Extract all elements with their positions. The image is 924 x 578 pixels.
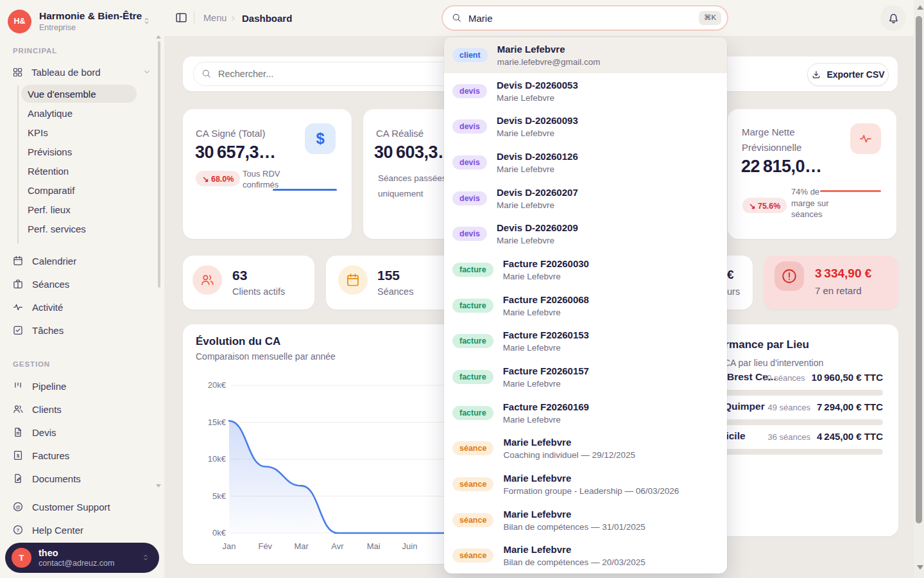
sidebar-subitem-r-tention[interactable]: Rétention (21, 162, 137, 180)
sidebar-scroll-down-arrow[interactable] (156, 484, 161, 487)
sidebar-scroll-up-arrow[interactable] (156, 35, 161, 39)
header-divider (194, 12, 194, 24)
search-result-1[interactable]: devisDevis D-20260053Marie Lefebvre (444, 73, 727, 109)
dollar-icon: $ (305, 123, 336, 154)
sidebar-item-devis[interactable]: Devis (5, 421, 159, 444)
x-tick-label: Avr (321, 541, 354, 551)
result-type-badge: devis (452, 84, 487, 98)
search-result-14[interactable]: séanceMarie LefebvreBilan de compétences… (444, 538, 727, 574)
search-icon (451, 12, 462, 23)
sidebar-item-label: Calendrier (32, 256, 76, 267)
grid-icon (12, 67, 23, 78)
sidebar-item-customer-support[interactable]: @Customer Support (5, 495, 159, 518)
sidebar-item-label: Tâches (32, 325, 64, 336)
result-type-badge: client (452, 48, 488, 62)
sidebar-subitem-kpis[interactable]: KPIs (21, 123, 137, 141)
sidebar-item-documents[interactable]: Documents (5, 467, 159, 490)
result-subtitle: Marie Lefebvre (497, 236, 578, 245)
search-result-4[interactable]: devisDevis D-20260207Marie Lefebvre (444, 180, 727, 216)
stat-label: Clients actifs (232, 286, 285, 297)
stat-value-fragment: € (727, 268, 734, 282)
sidebar-item-label: Clients (32, 404, 62, 415)
search-result-3[interactable]: devisDevis D-20260126Marie Lefebvre (444, 144, 727, 180)
sidebar-section-principal: PRINCIPAL (13, 47, 57, 55)
page-scroll-up-arrow[interactable] (917, 5, 923, 10)
kpi-card-marge-nette: Marge Nette Prévisionnelle 22 815,0… ↘ 7… (728, 109, 896, 239)
search-result-10[interactable]: factureFacture F20260169Marie Lefebvre (444, 395, 727, 431)
panel-subtitle: CA par lieu d'intervention (724, 358, 823, 368)
sidebar-item-factures[interactable]: $Factures (5, 444, 159, 467)
sidebar-item-s-ances[interactable]: Séances (5, 272, 159, 295)
sidebar-subitem-perf-services[interactable]: Perf. services (21, 220, 137, 238)
kpi-value: 22 815,0… (741, 157, 822, 177)
result-subtitle: Bilan de compétences — 20/03/2025 (503, 557, 645, 567)
document-edit-icon (12, 473, 24, 484)
sidebar-item-calendrier[interactable]: Calendrier (5, 249, 159, 272)
user-menu[interactable]: T theo contact@adreuz.com (5, 543, 159, 573)
search-result-2[interactable]: devisDevis D-20260093Marie Lefebvre (444, 109, 727, 144)
sidebar-subitem-comparatif[interactable]: Comparatif (21, 181, 137, 199)
sidebar-subitem-pr-visions[interactable]: Prévisions (21, 143, 137, 161)
breadcrumb-page[interactable]: Dashboard (242, 13, 292, 24)
sidebar-scrollbar-thumb[interactable] (158, 41, 160, 288)
sidebar-item-pipeline[interactable]: Pipeline (5, 374, 159, 398)
kpi-title: Marge Nette Prévisionnelle (742, 125, 814, 155)
search-result-12[interactable]: séanceMarie LefebvreFormation groupe - L… (444, 466, 727, 502)
search-results-dropdown: clientMarie Lefebvremarie.lefebvre@gmail… (444, 37, 727, 574)
sidebar-item-tableau-de-bord[interactable]: Tableau de bord (5, 62, 159, 82)
search-result-0[interactable]: clientMarie Lefebvremarie.lefebvre@gmail… (444, 37, 727, 73)
search-result-6[interactable]: factureFacture F20260030Marie Lefebvre (444, 252, 727, 288)
sidebar-item-t-ches[interactable]: Tâches (5, 319, 159, 342)
y-tick-label: 15k€ (189, 417, 226, 427)
bell-icon (887, 12, 900, 24)
export-csv-button[interactable]: Exporter CSV (807, 63, 889, 86)
sidebar-subitem-vue-d-ensemble[interactable]: Vue d'ensemble (21, 85, 137, 103)
breadcrumb-menu[interactable]: Menu (203, 13, 227, 23)
org-name: Harmonie & Bien-Être (39, 10, 142, 22)
sidebar-toggle-button[interactable] (175, 11, 188, 24)
result-subtitle: Marie Lefebvre (497, 93, 578, 103)
location-amount: 7 294,00 € TTC (817, 401, 883, 412)
result-title: Facture F20260153 (503, 329, 589, 341)
sidebar-footer-group: @Customer Support?Help Center (5, 495, 159, 541)
result-title: Facture F20260169 (503, 401, 589, 413)
sidebar: H& Harmonie & Bien-Être Entreprise PRINC… (0, 0, 164, 578)
pulse-icon (850, 123, 881, 154)
search-result-11[interactable]: séanceMarie LefebvreCoaching individuel … (444, 431, 727, 467)
result-type-badge: facture (452, 370, 493, 384)
org-logo: H& (8, 10, 31, 33)
result-type-badge: facture (452, 263, 493, 277)
sidebar-subitem-analytique[interactable]: Analytique (21, 104, 137, 122)
unfold-icon (142, 16, 151, 26)
y-tick-label: 10k€ (189, 454, 226, 464)
x-tick-label: Mar (286, 541, 318, 551)
result-type-badge: devis (452, 119, 487, 134)
app-root: H& Harmonie & Bien-Être Entreprise PRINC… (0, 0, 924, 578)
search-result-8[interactable]: factureFacture F20260153Marie Lefebvre (444, 324, 727, 360)
search-result-13[interactable]: séanceMarie LefebvreBilan de compétences… (444, 502, 727, 538)
search-result-9[interactable]: factureFacture F20260157Marie Lefebvre (444, 359, 727, 395)
page-scroll-down-arrow[interactable] (917, 565, 923, 570)
kpi-value: 30 657,3… (195, 143, 276, 162)
stat-value: 155 (377, 268, 400, 283)
notifications-button[interactable] (880, 5, 906, 31)
y-tick-label: 0k€ (189, 528, 226, 538)
search-result-7[interactable]: factureFacture F20260068Marie Lefebvre (444, 288, 727, 324)
sidebar-item-clients[interactable]: Clients (5, 398, 159, 421)
page-scrollbar-thumb[interactable] (916, 16, 922, 523)
sidebar-item-activit[interactable]: Activité (5, 295, 159, 319)
result-title: Facture F20260157 (503, 365, 589, 377)
sidebar-item-label: Documents (32, 473, 81, 484)
global-search-input[interactable] (441, 5, 728, 31)
result-subtitle: Bilan de compétences — 31/01/2025 (503, 522, 645, 532)
user-email: contact@adreuz.com (38, 559, 114, 568)
sidebar-subitem-perf-lieux[interactable]: Perf. lieux (21, 200, 137, 218)
sidebar-item-help-center[interactable]: ?Help Center (5, 518, 159, 541)
users-icon (193, 265, 222, 295)
search-result-5[interactable]: devisDevis D-20260209Marie Lefebvre (444, 216, 727, 252)
location-amount: 4 245,00 € TTC (817, 431, 883, 442)
org-switcher[interactable]: H& Harmonie & Bien-Être Entreprise (8, 6, 157, 36)
at-icon: @ (12, 501, 24, 512)
result-type-badge: devis (452, 191, 487, 206)
invoice-icon: $ (12, 450, 24, 461)
